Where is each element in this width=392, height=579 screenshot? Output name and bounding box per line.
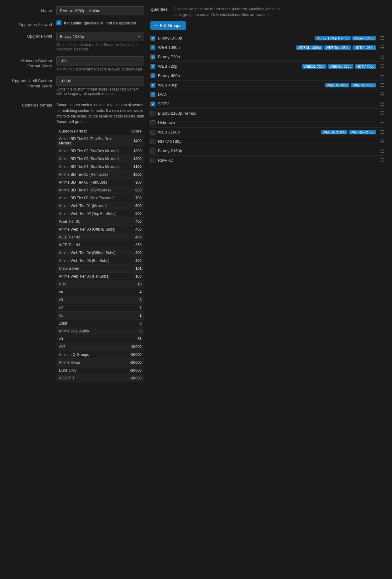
hamburger-icon[interactable]: ☰: [379, 101, 386, 107]
cf-name: WEB Tier 02: [56, 233, 128, 241]
quality-checkbox[interactable]: [150, 83, 155, 88]
min-custom-input[interactable]: [56, 56, 144, 65]
quality-item: Bluray-2160p☰: [150, 146, 386, 156]
hamburger-icon[interactable]: ☰: [379, 157, 386, 163]
cf-name: Anime LQ Groups: [56, 351, 128, 359]
name-input[interactable]: [56, 6, 144, 15]
cf-score: 100: [128, 273, 144, 280]
quality-checkbox[interactable]: [150, 111, 155, 116]
quality-checkbox[interactable]: [150, 120, 155, 125]
quality-tags: Bluray-1080p RemuxBluray-1080p: [315, 36, 376, 40]
cf-score: 200: [128, 257, 144, 265]
quality-item: Bluray-1080pBluray-1080p RemuxBluray-108…: [150, 34, 386, 43]
cf-score: -51: [128, 335, 144, 343]
cf-header-name: Custom Format: [56, 128, 128, 135]
quality-checkbox[interactable]: [150, 102, 155, 107]
cf-name: Anime BD Tier 08 (Mini Encodes): [56, 194, 128, 202]
cf-score: -10000: [128, 359, 144, 367]
quality-tags: WEBDL-480pWEBRip-480p: [325, 83, 376, 87]
table-row: v33: [56, 296, 144, 304]
upgrade-until-content: Bluray-1080p Once this quality is reache…: [56, 32, 144, 51]
upgrades-allowed-checkbox[interactable]: [56, 20, 61, 25]
quality-name: WEB 2160p: [158, 130, 318, 134]
upgrades-allowed-row: Upgrades Allowed If disabled qualities w…: [6, 20, 144, 27]
quality-checkbox[interactable]: [150, 158, 155, 163]
table-row: VRV10: [56, 280, 144, 288]
custom-formats-row: Custom Formats Sonarr scores each releas…: [6, 101, 144, 382]
hamburger-icon[interactable]: ☰: [379, 148, 386, 154]
custom-formats-section: Sonarr scores each release using the sum…: [56, 102, 144, 382]
qualities-header-row: Qualities Qualities higher in the list a…: [150, 6, 386, 18]
cf-name: Anime BD Tier 03 (SeaDex Muxers): [56, 155, 128, 163]
hamburger-icon[interactable]: ☰: [379, 82, 386, 88]
cf-name: Uncensored: [56, 265, 128, 273]
cf-name: Anime BD Tier 06 (FanSubs): [56, 179, 128, 186]
quality-tag: WEBRip-2160p: [349, 130, 376, 134]
cf-score: 4: [128, 288, 144, 296]
upgrade-until-label: Upgrade Until: [6, 32, 56, 39]
table-row: Anime BD Tier 06 (FanSubs)900: [56, 179, 144, 186]
table-row: Anime LQ Groups-10000: [56, 351, 144, 359]
upgrades-allowed-content: If disabled qualities will not be upgrad…: [56, 20, 144, 25]
cf-name: v0: [56, 335, 128, 343]
hamburger-icon[interactable]: ☰: [379, 35, 386, 41]
cf-score: 450: [128, 218, 144, 226]
quality-checkbox[interactable]: [150, 64, 155, 69]
min-custom-content: Minimum custom format score allowed to d…: [56, 56, 144, 71]
quality-checkbox[interactable]: [150, 36, 155, 41]
cf-score: 1200: [128, 155, 144, 163]
upgrade-until-custom-input[interactable]: [56, 76, 144, 86]
upgrade-until-select[interactable]: Bluray-1080p: [56, 32, 144, 41]
cf-score: -10000: [128, 374, 144, 382]
hamburger-icon[interactable]: ☰: [379, 138, 386, 144]
cf-name: VOSTFR: [56, 374, 128, 382]
hamburger-icon[interactable]: ☰: [379, 63, 386, 69]
hamburger-icon[interactable]: ☰: [379, 110, 386, 116]
cf-name: Anime Web Tier 03 (Official Subs): [56, 226, 128, 233]
cf-score: 1000: [128, 171, 144, 179]
quality-item: Unknown☰: [150, 118, 386, 128]
quality-name: Bluray-2160p Remux: [158, 111, 374, 116]
cf-score: 300: [128, 249, 144, 257]
hamburger-icon[interactable]: ☰: [379, 91, 386, 97]
hamburger-icon[interactable]: ☰: [379, 129, 386, 135]
quality-checkbox[interactable]: [150, 130, 155, 135]
custom-formats-table: Custom Format Score Anime BD Tier 01 (To…: [56, 128, 144, 382]
quality-item: SDTV☰: [150, 99, 386, 109]
quality-item: Bluray-720p☰: [150, 52, 386, 62]
hamburger-icon[interactable]: ☰: [379, 54, 386, 60]
quality-checkbox[interactable]: [150, 73, 155, 78]
quality-tag: Bluray-1080p: [352, 36, 376, 40]
name-label: Name: [6, 6, 56, 13]
quality-checkbox[interactable]: [150, 92, 155, 97]
upgrade-until-row: Upgrade Until Bluray-1080p Once this qua…: [6, 32, 144, 51]
qualities-title: Qualities: [150, 6, 168, 12]
table-row: WEB Tier 02400: [56, 233, 144, 241]
cf-score: 1: [128, 312, 144, 320]
cf-score: 400: [128, 233, 144, 241]
quality-checkbox[interactable]: [150, 139, 155, 144]
cf-name: Anime Raws: [56, 359, 128, 367]
cf-name: AV1: [56, 343, 128, 351]
cf-score: 1400: [128, 135, 144, 147]
quality-checkbox[interactable]: [150, 45, 155, 50]
table-row: Anime BD Tier 07 (P2P/Scene)800: [56, 186, 144, 194]
table-row: Anime Web Tier 06 (FanSubs)100: [56, 273, 144, 280]
quality-checkbox[interactable]: [150, 149, 155, 154]
edit-groups-button[interactable]: ✏ Edit Groups: [150, 21, 186, 30]
hamburger-icon[interactable]: ☰: [379, 44, 386, 50]
cf-name: Anime Dual Audio: [56, 327, 128, 335]
cf-score: 900: [128, 179, 144, 186]
cf-score: 350: [128, 241, 144, 249]
cf-score: -10000: [128, 351, 144, 359]
quality-name: HDTV-2160p: [158, 139, 374, 144]
cf-score: 101: [128, 265, 144, 273]
quality-item: Raw-HD☰: [150, 156, 386, 165]
quality-checkbox[interactable]: [150, 55, 155, 60]
hamburger-icon[interactable]: ☰: [379, 73, 386, 79]
left-panel: Name Upgrades Allowed If disabled qualit…: [6, 6, 144, 387]
cf-name: v3: [56, 296, 128, 304]
hamburger-icon[interactable]: ☰: [379, 120, 386, 126]
upgrades-allowed-checkbox-row: If disabled qualities will not be upgrad…: [56, 20, 144, 25]
quality-name: Raw-HD: [158, 158, 374, 163]
